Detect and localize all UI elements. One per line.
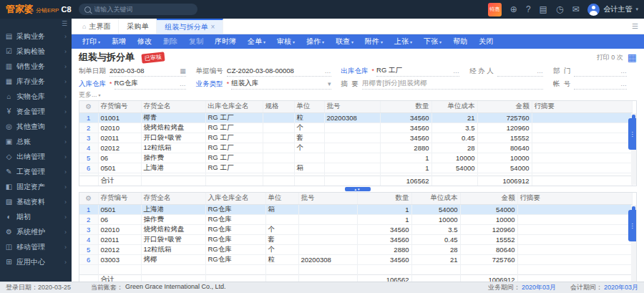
report-icon[interactable]: ▤ [540, 5, 547, 14]
tab-list-icon[interactable]: ☰ [632, 22, 638, 30]
department-input[interactable]: … [574, 66, 627, 77]
chevron-down-icon[interactable]: ▾ [328, 80, 331, 87]
in-warehouse-input[interactable]: RG仓库… [114, 79, 186, 90]
picker-ellipsis-icon[interactable]: … [620, 67, 627, 75]
grid-total-row: 合计1065621006912 [79, 176, 632, 186]
search-icon [84, 6, 91, 13]
sidebar-item-opening-balance[interactable]: ◐期初› [0, 209, 72, 224]
sidebar-collapse-icon[interactable]: ☰ [62, 20, 67, 27]
document-form: 组装与拆分单 已审核 打印 0 次 ▦ 制单日期 2020-03-08▦ 单据编… [79, 49, 637, 280]
help-button[interactable]: 帮助 [448, 34, 472, 49]
qr-code-icon[interactable]: ▦ [628, 52, 637, 62]
audit-button[interactable]: 审核▾ [272, 34, 300, 49]
table-row[interactable]: 101001椰青RG 工厂粒202003083456021725760 [79, 112, 632, 123]
table-row[interactable]: 506操作费RG 工厂11000010000 [79, 153, 632, 163]
sidebar-item-other-query[interactable]: ◎其他查询› [0, 119, 72, 134]
sidebar-item-app-center[interactable]: ⊞应用中心› [0, 254, 72, 269]
column-settings-gear-icon[interactable]: ⚙ [79, 193, 98, 204]
next-doc-button[interactable]: 下张▾ [419, 34, 447, 49]
delete-button[interactable]: 删除 [158, 34, 182, 49]
sidebar-item-general-ledger[interactable]: ▣总账› [0, 134, 72, 149]
total-amount: 1006912 [460, 274, 517, 282]
prev-doc-button[interactable]: 上张▾ [389, 34, 417, 49]
picker-ellipsis-icon[interactable]: … [325, 67, 331, 75]
operation-button[interactable]: 操作▾ [301, 34, 329, 49]
picker-ellipsis-icon[interactable]: … [180, 80, 186, 87]
biz-type-select[interactable]: 组装入库▾ [231, 79, 331, 90]
sidebar-item-purchase[interactable]: ▤采购业务› [0, 29, 72, 44]
close-icon[interactable]: × [210, 23, 215, 31]
promo-badge[interactable]: 特惠 [488, 3, 502, 16]
copy-button[interactable]: 复制 [184, 34, 208, 49]
table-row[interactable]: 202010烧烤焙粒烤盘RG 工厂个345603.5120960 [79, 123, 632, 133]
sidebar-item-purchase-inspect[interactable]: ☑采购检验› [0, 44, 72, 59]
print-button[interactable]: 打印▾ [77, 34, 105, 49]
bill-no-input[interactable]: CZ-2020-03-08-00008… [227, 66, 331, 77]
picker-ellipsis-icon[interactable]: … [537, 67, 543, 75]
search-placeholder: 请输入关键词 [94, 5, 133, 14]
maintenance-icon: ⚙ [5, 228, 13, 236]
table-row[interactable]: 302011开口袋+吸管RG 工厂套345600.4515552 [79, 133, 632, 143]
splitter-handle[interactable]: ▴▾ [345, 187, 371, 191]
table-row[interactable]: 302010烧烤焙粒烤盘RG仓库个345603.5120960 [79, 224, 632, 234]
grid-side-panel-toggle[interactable]: ⋮ [628, 118, 636, 150]
account-no-input[interactable]: … [574, 79, 627, 90]
app-window: 管家婆 分销ERP C8 请输入关键词 特惠 ⊕ ? ▤ ◷ ✉ 会计主管 ▾ … [0, 0, 644, 293]
table-row[interactable]: 10501上海港RG仓库箱15400054000 [79, 204, 632, 214]
in-stock-grid: ⚙ 存货编号 存货全名 入库仓库全名 单位 批号 数量 单位成本 金额 行摘要 [79, 192, 637, 282]
department-field: 部 门 … [553, 66, 637, 77]
table-row[interactable]: 60501上海港RG 工厂箱15400054000 [79, 163, 632, 173]
sidebar-item-fixed-assets[interactable]: ◧固定资产› [0, 179, 72, 194]
chevron-right-icon: › [64, 108, 67, 115]
table-row[interactable]: 40201212粒纸箱RG 工厂个28802880640 [79, 143, 632, 153]
close-button[interactable]: 关闭 [474, 34, 498, 49]
sidebar-item-sales[interactable]: ▥销售业务› [0, 59, 72, 74]
more-fields-toggle[interactable]: 更多...▾ [79, 90, 101, 100]
summary-field: 摘 要 用椰青[拆分]组装烤椰 [341, 79, 553, 90]
sidebar-item-cashier[interactable]: ◇出纳管理› [0, 149, 72, 164]
business-period: 业务期间：2020年03月 [488, 283, 556, 292]
edit-button[interactable]: 修改 [132, 34, 157, 49]
whole-doc-button[interactable]: 全单▾ [243, 34, 270, 49]
sidebar-item-mobile[interactable]: ◫移动管理› [0, 239, 72, 254]
agent-input[interactable]: … [497, 66, 543, 77]
tab-home[interactable]: ⌂主界面 [74, 19, 119, 34]
out-warehouse-input[interactable]: RG 工厂… [376, 66, 459, 77]
tab-assembly-split[interactable]: 组装与拆分单× [157, 19, 223, 34]
sidebar-item-base-data[interactable]: ▨基础资料› [0, 194, 72, 209]
picker-ellipsis-icon[interactable]: … [453, 67, 459, 75]
grid-side-panel-toggle[interactable]: ⋮ [628, 210, 636, 241]
calendar-icon[interactable]: ▦ [180, 67, 186, 75]
user-name: 会计主管 [603, 4, 632, 14]
form-row-2: 入库仓库* RG仓库… 业务类型* 组装入库▾ 摘 要 用椰青[拆分]组装烤椰 … [79, 78, 637, 90]
table-row[interactable]: 50201212粒纸箱RG仓库个28802880640 [79, 244, 632, 254]
mail-icon[interactable]: ✉ [572, 5, 579, 14]
sidebar-item-payroll[interactable]: ✎工资管理› [0, 164, 72, 179]
base-data-icon: ▨ [5, 198, 13, 206]
chevron-right-icon: › [64, 168, 67, 176]
global-search-input[interactable]: 请输入关键词 [79, 4, 197, 15]
history-icon[interactable]: ◷ [556, 5, 563, 14]
sidebar-item-system-maintenance[interactable]: ⚙系统维护› [0, 224, 72, 239]
make-date-input[interactable]: 2020-03-08▦ [109, 66, 186, 77]
audit-stamp: 已审核 [141, 52, 165, 63]
sidebar-item-inventory[interactable]: ▦库存业务› [0, 74, 72, 89]
linked-query-button[interactable]: 联查▾ [331, 34, 358, 49]
picker-ellipsis-icon[interactable]: … [620, 80, 627, 87]
grid-splitter: ▴▾ [79, 186, 637, 192]
add-user-icon[interactable]: ⊕ [510, 5, 517, 14]
user-menu[interactable]: 会计主管 ▾ [587, 4, 638, 16]
column-settings-gear-icon[interactable]: ⚙ [79, 101, 98, 112]
journal-button[interactable]: 序时簿 [210, 34, 241, 49]
attachment-button[interactable]: 附件▾ [360, 34, 388, 49]
grid-header-row: ⚙ 存货编号 存货全名 出库仓库全名 规格 单位 批号 数量 单位成本 金额 行… [79, 101, 632, 112]
summary-input[interactable]: 用椰青[拆分]组装烤椰 [362, 79, 543, 90]
help-icon[interactable]: ? [526, 5, 531, 14]
add-button[interactable]: 新增 [107, 34, 131, 49]
table-row[interactable]: 206操作费RG仓库11000010000 [79, 214, 632, 224]
tab-purchase-order[interactable]: 采购单 [119, 19, 157, 34]
sidebar-item-funds[interactable]: ¥资金管理› [0, 104, 72, 119]
table-row[interactable]: 603003烤椰RG仓库粒202003083456021725760 [79, 254, 632, 264]
table-row[interactable]: 402011开口袋+吸管RG仓库套345600.4515552 [79, 234, 632, 244]
sidebar-item-physical-warehouse[interactable]: ⌂实物仓库› [0, 89, 72, 104]
